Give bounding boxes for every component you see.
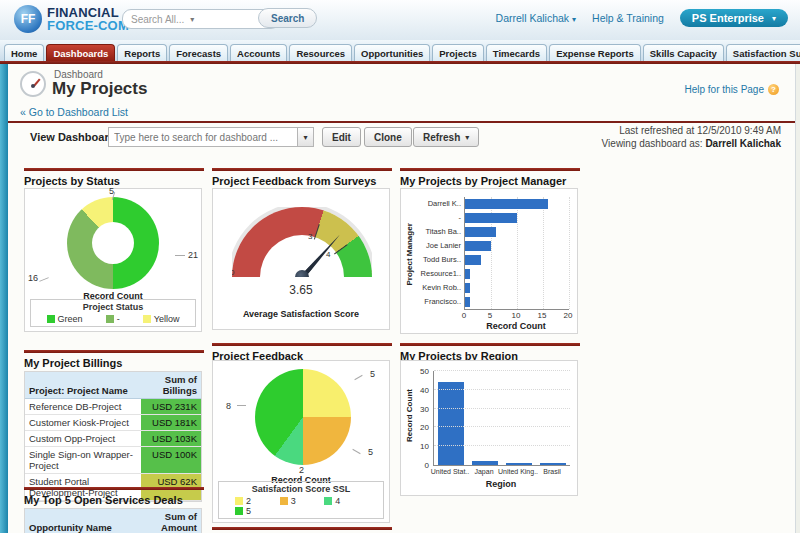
tab-accounts[interactable]: Accounts (230, 44, 287, 61)
panel-top-5-open-services-deals: My Top 5 Open Services Deals Opportunity… (24, 487, 204, 506)
slice-value-label: 2 (299, 465, 304, 475)
table-row[interactable]: Custom Opp-ProjectUSD 103K (25, 431, 201, 447)
left-accent-strip (0, 64, 8, 533)
billings-value-cell[interactable]: USD 181K (141, 415, 201, 431)
pie-disc (255, 369, 351, 465)
table-row[interactable]: Customer Kiosk-ProjectUSD 181K (25, 415, 201, 431)
panel-rule (212, 343, 392, 346)
legend-item: 2 (235, 496, 280, 506)
slice-value-label: 16 (28, 273, 38, 283)
gauge-hub (295, 270, 309, 277)
legend-item: Green (47, 314, 83, 324)
legend-swatch (235, 497, 243, 505)
bar[interactable] (465, 227, 496, 237)
feedback-pie-chart[interactable]: 5 5 2 8 Record Count Satisfaction Score … (212, 360, 390, 523)
edit-button[interactable]: Edit (322, 127, 361, 147)
bar[interactable] (465, 269, 470, 279)
deals-table: Opportunity Name Sum of Amount (24, 508, 202, 533)
table-row[interactable]: Reference DB-ProjectUSD 231K (25, 399, 201, 415)
bar[interactable] (465, 241, 491, 251)
column-header[interactable]: Sum of Billings (141, 372, 201, 399)
legend-title: Satisfaction Score SSL (219, 484, 383, 494)
user-menu[interactable]: Darrell Kalichak ▾ (496, 12, 576, 24)
leader-line (354, 375, 362, 380)
legend-swatch (106, 315, 114, 323)
tab-expense-reports[interactable]: Expense Reports (549, 44, 641, 61)
tab-timecards[interactable]: Timecards (486, 44, 547, 61)
panel-title: My Project Billings (24, 357, 204, 369)
app-menu[interactable]: PS Enterprise▾ (680, 9, 788, 27)
y-tick-label: 10 (420, 442, 429, 451)
page-title: My Projects (52, 79, 147, 99)
manager-bar-chart[interactable]: Project Manager Darrell K..-Titash Ba..J… (400, 188, 578, 334)
billings-value-cell[interactable]: USD 100K (141, 447, 201, 474)
category-label: Joe Lanier (409, 239, 461, 253)
y-tick-label: 40 (420, 385, 429, 394)
bar[interactable] (465, 213, 517, 223)
help-training-link[interactable]: Help & Training (592, 12, 664, 24)
dashboard-dropdown-button[interactable]: ▾ (297, 127, 314, 147)
logo-text-line2: FORCE-COM (47, 19, 129, 32)
bar[interactable] (465, 283, 470, 293)
panel-project-feedback: Project Feedback 5 5 2 8 Record Count Sa… (212, 343, 392, 362)
category-label: United King.. (498, 468, 538, 475)
tab-skills-capacity[interactable]: Skills Capacity (643, 44, 724, 61)
donut-hole (92, 222, 134, 264)
tab-dashboards[interactable]: Dashboards (46, 44, 115, 61)
column-header[interactable]: Project: Project Name (25, 372, 141, 399)
bar[interactable] (438, 382, 464, 465)
global-search-input[interactable]: Search All... ▾ (122, 9, 280, 29)
bar[interactable] (540, 463, 566, 465)
gridline (434, 408, 570, 409)
tab-satisfaction-surveys[interactable]: Satisfaction Surveys (726, 44, 800, 61)
search-scope-caret-icon[interactable]: ▾ (190, 15, 194, 24)
billings-value-cell[interactable]: USD 231K (141, 399, 201, 415)
refresh-button[interactable]: Refresh▾ (413, 127, 479, 147)
tab-forecasts[interactable]: Forecasts (169, 44, 228, 61)
billings-table: Project: Project Name Sum of Billings Re… (24, 371, 202, 502)
category-label: Francisco.. (409, 295, 461, 309)
panel-rule (24, 168, 204, 171)
help-for-this-page-link[interactable]: Help for this Page? (685, 84, 780, 95)
slice-value-label: 5 (109, 186, 114, 196)
x-tick-label: 15 (538, 311, 547, 320)
project-name-cell: Single Sign-on Wrapper-Project (25, 447, 141, 474)
gridline (434, 426, 570, 427)
column-header[interactable]: Sum of Amount (141, 509, 201, 533)
bar[interactable] (465, 297, 470, 307)
global-search-placeholder: Search All... (131, 14, 184, 25)
region-bar-chart[interactable]: Record Count 01020304050 United Stat..Ja… (400, 360, 578, 496)
legend-item: - (106, 314, 120, 324)
tab-reports[interactable]: Reports (117, 44, 167, 61)
billings-value-cell[interactable]: USD 103K (141, 431, 201, 447)
legend-swatch (324, 497, 332, 505)
tab-home[interactable]: Home (4, 44, 44, 61)
tab-opportunities[interactable]: Opportunities (354, 44, 430, 61)
panel-title: Project Feedback from Surveys (212, 175, 392, 187)
table-row[interactable]: Single Sign-on Wrapper-ProjectUSD 100K (25, 447, 201, 474)
view-dashboard-label: View Dashboard (30, 131, 115, 143)
clone-button[interactable]: Clone (364, 127, 412, 147)
gauge-tick-label: 3 (308, 232, 312, 241)
refresh-caret-icon[interactable]: ▾ (465, 133, 469, 142)
app-menu-caret-icon: ▾ (772, 14, 776, 23)
panel-rule (400, 168, 580, 171)
project-name-cell: Reference DB-Project (25, 399, 141, 415)
panel-my-projects-by-region: My Projects by Region Record Count 01020… (400, 343, 580, 362)
go-to-dashboard-list-link[interactable]: « Go to Dashboard List (20, 106, 128, 118)
dashboard-search-input[interactable] (108, 127, 298, 147)
tab-projects[interactable]: Projects (432, 44, 484, 61)
bar[interactable] (465, 199, 548, 209)
bar[interactable] (506, 463, 532, 465)
status-donut-chart[interactable]: 21 16 5 Record Count Project Status Gree… (24, 188, 202, 332)
column-header[interactable]: Opportunity Name (25, 509, 141, 533)
tab-resources[interactable]: Resources (289, 44, 352, 61)
satisfaction-gauge-chart[interactable]: 0 3 4 5 3.65 Average Satisfaction Score (212, 188, 390, 330)
leader-line (237, 405, 246, 406)
status-legend: Project Status Green-Yellow (30, 299, 196, 327)
viewing-as-text: Viewing dashboard as: Darrell Kalichak (602, 137, 781, 150)
leader-line (175, 255, 185, 256)
search-button[interactable]: Search (258, 8, 317, 28)
bar[interactable] (465, 255, 481, 265)
bar[interactable] (472, 461, 498, 465)
